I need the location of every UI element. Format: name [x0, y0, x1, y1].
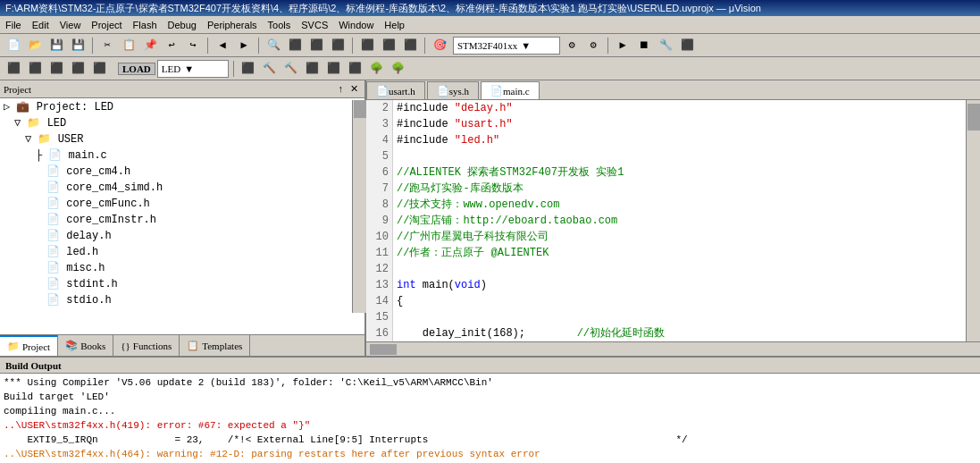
save-all-btn[interactable]: 💾: [68, 36, 88, 55]
nav-fwd-btn[interactable]: ▶: [234, 36, 254, 55]
target-icon: 🎯: [430, 36, 449, 55]
tab-books[interactable]: 📚 Books: [58, 335, 113, 356]
editor-tab-usarth[interactable]: 📄 usart.h: [366, 81, 425, 99]
t2b7[interactable]: 🔨: [260, 59, 280, 79]
tree-user[interactable]: ▽ 📁 USER: [0, 130, 364, 147]
tree-stdint-h[interactable]: 📄 stdint.h: [0, 275, 364, 291]
new-file-btn[interactable]: 📄: [4, 36, 23, 55]
menu-flash[interactable]: Flash: [128, 18, 163, 32]
nav-back-btn[interactable]: ◀: [213, 36, 232, 55]
toolbar-1: 📄 📂 💾 💾 ✂ 📋 📌 ↩ ↪ ◀ ▶ 🔍 ⬛ ⬛ ⬛ ⬛ ⬛ ⬛ 🎯 ST…: [0, 34, 980, 57]
settings2-btn[interactable]: ⚙: [583, 36, 603, 55]
copy-btn[interactable]: 📋: [119, 36, 138, 55]
editor-tab-mainc[interactable]: 📄 main.c: [481, 81, 540, 99]
tree-core-cminstr-h[interactable]: 📄 core_cmInstr.h: [0, 211, 364, 227]
target-dropdown[interactable]: STM32F401xx ▼: [453, 37, 560, 55]
t2b6[interactable]: ⬛: [239, 59, 258, 79]
code-line-11: //作者：正点原子 @ALIENTEK: [397, 245, 962, 261]
tab-functions-label: Functions: [133, 341, 172, 351]
menu-project[interactable]: Project: [86, 18, 127, 32]
debug-btn[interactable]: 🔧: [656, 36, 675, 55]
undo-btn[interactable]: ↩: [162, 36, 181, 55]
find2-btn[interactable]: ⬛: [306, 36, 326, 55]
paste-btn[interactable]: 📌: [140, 36, 160, 55]
editor-tabs: 📄 usart.h 📄 sys.h 📄 main.c: [366, 80, 980, 100]
t2b12[interactable]: 🌳: [367, 59, 387, 79]
menu-file[interactable]: File: [0, 18, 27, 32]
redo-btn[interactable]: ↪: [183, 36, 203, 55]
t2b4[interactable]: ⬛: [68, 59, 88, 79]
t2b11[interactable]: ⬛: [346, 59, 365, 79]
settings1-btn[interactable]: ⚙: [562, 36, 582, 55]
sysh-tab-icon: 📄: [437, 85, 449, 97]
find-btn[interactable]: ⬛: [285, 36, 305, 55]
led-dropdown-value: LED: [162, 63, 180, 74]
tab-templates[interactable]: 📋 Templates: [180, 335, 250, 356]
t2b13[interactable]: 🌳: [389, 59, 408, 79]
code-line-8: //技术支持：www.openedv.com: [397, 197, 962, 213]
led-dropdown[interactable]: LED ▼: [157, 60, 229, 78]
b2[interactable]: ⬛: [379, 36, 398, 55]
t2b1[interactable]: ⬛: [4, 59, 23, 79]
code-line-5: [397, 148, 962, 164]
tab-functions[interactable]: {} Functions: [113, 335, 180, 356]
tab-project[interactable]: 📁 Project: [0, 335, 58, 356]
t2b10[interactable]: ⬛: [324, 59, 344, 79]
t2b5[interactable]: ⬛: [89, 59, 109, 79]
tree-misc-h[interactable]: 📄 misc.h: [0, 259, 364, 275]
tree-core-cmfunc-h[interactable]: 📄 core_cmFunc.h: [0, 195, 364, 211]
editor-vscrollbar[interactable]: [966, 100, 980, 341]
build-output: Build Output *** Using Compiler 'V5.06 u…: [0, 356, 980, 463]
build-line-5: EXTI9_5_IRQn = 23, /*!< External Line[9:…: [4, 433, 976, 447]
build-line-1: *** Using Compiler 'V5.06 update 2 (buil…: [4, 375, 976, 390]
tree-main-c[interactable]: ├ 📄 main.c: [0, 147, 364, 163]
code-line-15: [397, 309, 962, 325]
usarth-tab-icon: 📄: [376, 85, 389, 97]
code-line-10: //广州市星翼电子科技有限公司: [397, 229, 962, 245]
tree-led-h[interactable]: 📄 led.h: [0, 243, 364, 259]
t2b9[interactable]: ⬛: [303, 59, 322, 79]
editor-tab-sysh[interactable]: 📄 sys.h: [427, 81, 479, 99]
search-btn[interactable]: 🔍: [264, 36, 283, 55]
menu-peripherals[interactable]: Peripherals: [202, 18, 263, 32]
scrollbar-thumb[interactable]: [354, 100, 366, 118]
options-btn[interactable]: ⬛: [677, 36, 697, 55]
save-btn[interactable]: 💾: [46, 36, 66, 55]
pin-btn[interactable]: ↑: [336, 83, 347, 95]
menu-debug[interactable]: Debug: [163, 18, 202, 32]
title-bar: F:\ARM资料\STM32-正点原子\探索者STM32F407开发板资料\4、…: [0, 0, 980, 16]
tree-core-cm4-simd-h[interactable]: 📄 core_cm4_simd.h: [0, 179, 364, 195]
t2b8[interactable]: 🔨: [281, 59, 301, 79]
editor-area: 📄 usart.h 📄 sys.h 📄 main.c 2 3 4: [366, 80, 980, 356]
cut-btn[interactable]: ✂: [97, 36, 117, 55]
editor-vscrollbar-thumb[interactable]: [967, 104, 980, 130]
menu-tools[interactable]: Tools: [263, 18, 297, 32]
menu-view[interactable]: View: [54, 18, 87, 32]
b1[interactable]: ⬛: [357, 36, 377, 55]
run-btn[interactable]: ▶: [613, 36, 632, 55]
editor-hscrollbar[interactable]: [366, 341, 980, 356]
menu-window[interactable]: Window: [333, 18, 379, 32]
tree-project-led[interactable]: ▷ 💼 Project: LED: [0, 98, 364, 114]
tree-stdio-h[interactable]: 📄 stdio.h: [0, 291, 364, 307]
project-header-title: Project: [4, 84, 31, 95]
stop-btn[interactable]: ⏹: [634, 36, 654, 55]
project-scrollbar[interactable]: [352, 100, 366, 313]
tree-delay-h[interactable]: 📄 delay.h: [0, 227, 364, 243]
editor-hscrollbar-thumb[interactable]: [370, 344, 397, 355]
close-btn[interactable]: ✕: [348, 83, 361, 95]
t2b2[interactable]: ⬛: [25, 59, 45, 79]
sep5: [424, 38, 425, 54]
t2b3[interactable]: ⬛: [46, 59, 66, 79]
tab-project-label: Project: [22, 341, 50, 352]
b3[interactable]: ⬛: [400, 36, 420, 55]
open-file-btn[interactable]: 📂: [25, 36, 45, 55]
menu-help[interactable]: Help: [379, 18, 410, 32]
menu-edit[interactable]: Edit: [27, 18, 54, 32]
code-content[interactable]: #include "delay.h" #include "usart.h" #i…: [393, 100, 966, 341]
tree-led[interactable]: ▽ 📁 LED: [0, 114, 364, 130]
menu-svcs[interactable]: SVCS: [296, 18, 333, 32]
find3-btn[interactable]: ⬛: [328, 36, 348, 55]
code-line-6: //ALIENTEK 探索者STM32F407开发板 实验1: [397, 164, 962, 181]
tree-core-cm4-h[interactable]: 📄 core_cm4.h: [0, 163, 364, 179]
